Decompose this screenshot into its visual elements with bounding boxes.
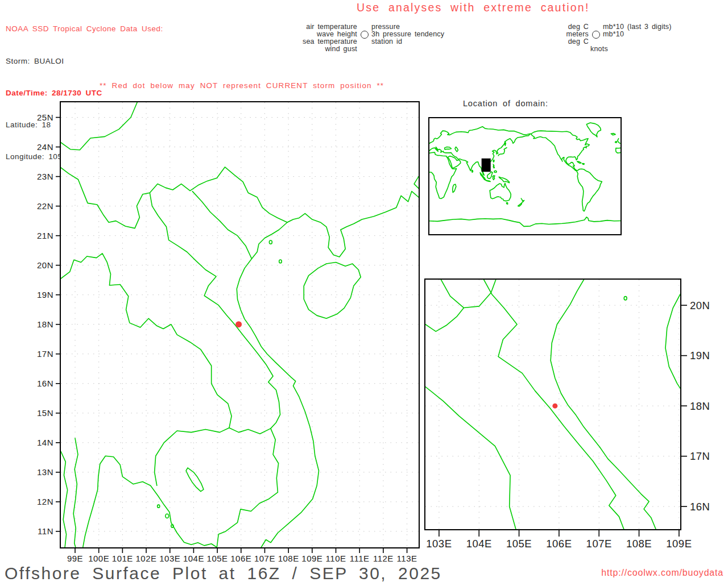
caspian-sea [455, 147, 458, 152]
legend-line: deg C [537, 38, 589, 45]
legend-units-left-column: deg Cmetersdeg C [537, 23, 589, 45]
lon-axis-label: 100E [88, 554, 109, 563]
lat-axis-label: 20N [690, 300, 710, 311]
coastline-pearl-estuary [414, 177, 419, 189]
black-sea [445, 147, 452, 149]
units-line [603, 38, 672, 45]
border-laos-lead-zoom [425, 308, 464, 332]
lat-axis-label: 11N [38, 526, 53, 536]
lat-axis-label: 16N [37, 379, 53, 388]
border-yunnan-line [61, 102, 137, 150]
zoom-map-coastlines [425, 280, 680, 529]
storm-position-warning: ** Red dot below may NOT represent CURRE… [100, 81, 384, 90]
border-laos-loop-zoom [441, 280, 495, 308]
coastline-hispaniola [582, 164, 584, 165]
station-circle-icon [361, 31, 369, 39]
island-bach-long-vi [279, 260, 282, 263]
coastline-antarctica [429, 217, 621, 226]
island-gulf-small-1 [171, 525, 173, 527]
coastline-hainan-west-zoom [665, 294, 680, 389]
lon-axis-label: 113E [397, 554, 417, 563]
coastline-sri-lanka [472, 170, 473, 172]
legend-variables: air temperaturewave heightsea temperatur… [250, 23, 444, 53]
coastline-luzon [493, 164, 494, 168]
coastline-new-zealand-north [521, 198, 524, 202]
zoom-map [424, 278, 681, 530]
border-mekong-zoom [425, 387, 516, 529]
lon-axis-label: 105E [506, 538, 532, 550]
coastline-eurasia [429, 127, 530, 176]
plot-title: Offshore Surface Plot at 16Z / SEP 30, 2… [5, 564, 442, 582]
storm-name-line: Storm: BUALOI [6, 56, 163, 67]
legend-line: meters [537, 31, 589, 38]
legend-units: deg Cmetersdeg C mb*10 (last 3 digits) m… [537, 23, 672, 53]
lat-axis-label: 21N [37, 231, 53, 240]
lon-axis-label: 108E [278, 554, 299, 563]
lon-axis-label: 105E [207, 554, 228, 563]
lon-axis-label: 99E [67, 554, 83, 563]
coastline-greenland [586, 123, 601, 137]
coastline-gulf-of-thailand [83, 456, 217, 547]
coastline-sakhalin [505, 142, 506, 146]
units-line: mb*10 [603, 31, 672, 38]
lat-axis-label: 14N [37, 438, 53, 447]
border-china-vietnam [61, 167, 287, 228]
island-cat-ba [269, 240, 272, 244]
coastline-sulawesi [493, 176, 495, 180]
lat-axis-label: 18N [690, 400, 710, 412]
lon-axis-label: 110E [326, 554, 346, 563]
coastline-java [486, 180, 490, 181]
legend-variables-left-column: air temperaturewave heightsea temperatur… [250, 23, 357, 53]
lon-axis-label: 102E [136, 554, 157, 563]
island-koh-kong [166, 514, 169, 518]
island-bach-long-vi [624, 297, 627, 300]
units-line: mb*10 (last 3 digits) [603, 23, 672, 31]
coastline-madagascar [453, 184, 456, 192]
coastline-australia [490, 183, 511, 201]
lat-axis-label: 18N [37, 319, 53, 329]
lat-axis-label: 12N [37, 497, 53, 506]
coastline-iceland [611, 134, 615, 135]
red-river-line [192, 192, 251, 259]
coastline-tasmania [507, 202, 508, 204]
legend-line: deg C [537, 23, 589, 31]
legend-line: air temperature [250, 23, 357, 31]
legend-line: wind gust [250, 45, 357, 53]
coastline-china-vietnam [237, 192, 419, 547]
station-circle-icon [592, 31, 600, 39]
lon-axis-label: 112E [373, 554, 394, 563]
coastline-myanmar-peninsula [61, 451, 68, 547]
lon-axis-label: 109E [666, 538, 692, 550]
coastline-south-america [577, 169, 602, 211]
legend-line: 3h pressure tendency [371, 31, 444, 38]
lon-axis-label: 103E [426, 538, 452, 550]
noaa-data-line: NOAA SSD Tropical Cyclone Data Used: [6, 24, 163, 35]
lat-axis-label: 19N [37, 290, 53, 300]
coastline-mindanao [494, 171, 497, 172]
coolwx-url: http://coolwx.com/buoydata [601, 568, 723, 578]
lat-axis-label: 13N [37, 467, 53, 477]
lat-axis-label: 17N [690, 450, 710, 462]
lat-axis-label: 15N [37, 408, 53, 418]
coastline-uk [618, 139, 621, 144]
units-knots: knots [590, 45, 672, 53]
coastline-vietnam-zoom [551, 280, 656, 529]
domain-location-box [482, 159, 490, 171]
lon-axis-label: 107E [586, 538, 612, 550]
lat-axis-label: 17N [37, 349, 53, 359]
lon-axis-label: 103E [159, 554, 180, 563]
tonle-sap-lake [186, 468, 204, 492]
coastline-taiwan [493, 160, 494, 162]
lon-axis-label: 104E [466, 538, 492, 550]
lon-axis-label: 107E [254, 554, 275, 563]
lon-axis-label: 104E [183, 554, 204, 563]
border-vietnam-laos-cambodia [150, 193, 280, 547]
coastline-new-zealand-south [518, 203, 522, 206]
lat-axis-label: 19N [690, 350, 710, 361]
world-inset-map [428, 117, 622, 235]
domain-inset-title: Location of domain: [463, 99, 548, 108]
legend-line: station id [371, 38, 444, 45]
lat-axis-label: 22N [37, 201, 53, 211]
legend-line: pressure [371, 23, 444, 31]
world-map-coastlines [429, 118, 621, 234]
